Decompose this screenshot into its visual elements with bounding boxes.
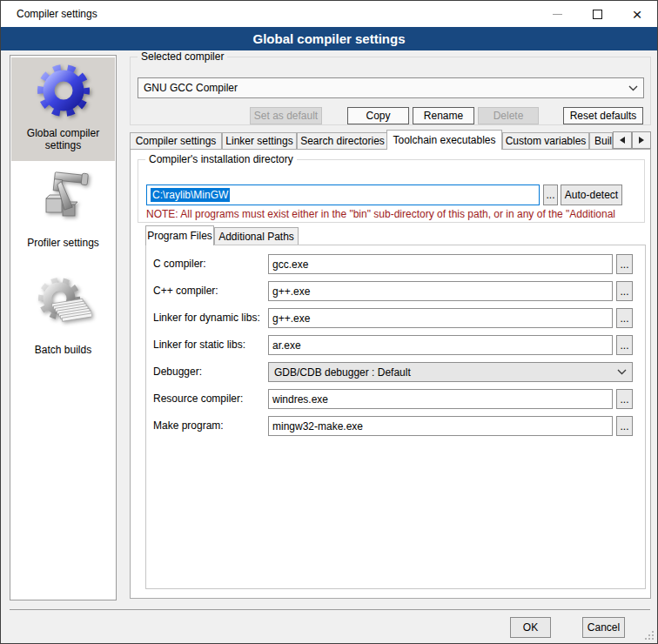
cpp-compiler-input[interactable]: g++.exe — [268, 281, 613, 301]
debugger-select-value: GDB/CDB debugger : Default — [274, 366, 617, 379]
tab-label: Compiler settings — [136, 135, 217, 147]
resize-grip[interactable] — [645, 631, 655, 641]
sidebar-item-label: Batch builds — [11, 344, 115, 356]
autodetect-button[interactable]: Auto-detect — [561, 184, 622, 205]
compiler-select-value: GNU GCC Compiler — [144, 82, 628, 94]
install-dir-group: Compiler's installation directory C:\ray… — [138, 159, 645, 223]
field-value: windres.exe — [272, 393, 328, 406]
dialog-header: Global compiler settings — [1, 27, 657, 50]
tab-custom-variables[interactable]: Custom variables — [502, 132, 589, 150]
button-label: OK — [523, 621, 538, 634]
tab-toolchain-executables[interactable]: Toolchain executables — [386, 130, 502, 150]
selected-compiler-group: Selected compiler GNU GCC Compiler Set a… — [130, 57, 651, 125]
tab-label: Search directories — [300, 135, 385, 147]
c-compiler-browse-button[interactable]: ... — [616, 254, 633, 274]
triangle-right-icon — [639, 137, 644, 144]
minimize-button[interactable] — [537, 1, 577, 27]
titlebar[interactable]: Compiler settings × — [1, 1, 657, 27]
field-label: Resource compiler: — [153, 392, 243, 405]
chevron-down-icon — [628, 85, 638, 91]
triangle-left-icon — [620, 137, 625, 144]
button-label: Delete — [494, 110, 524, 122]
button-label: Cancel — [588, 621, 620, 634]
copy-button[interactable]: Copy — [347, 107, 409, 124]
ellipsis-icon: ... — [620, 312, 628, 325]
static-linker-browse-button[interactable]: ... — [616, 335, 633, 355]
static-linker-input[interactable]: ar.exe — [268, 335, 613, 355]
field-label: Make program: — [153, 419, 224, 432]
ellipsis-icon: ... — [620, 393, 628, 406]
cpp-compiler-browse-button[interactable]: ... — [616, 281, 633, 301]
field-label: Linker for dynamic libs: — [153, 312, 260, 324]
close-icon: × — [632, 6, 641, 23]
debugger-select[interactable]: GDB/CDB debugger : Default — [268, 362, 633, 382]
ellipsis-icon: ... — [620, 285, 628, 298]
rename-button[interactable]: Rename — [413, 107, 474, 124]
tab-label: Toolchain executables — [393, 134, 495, 146]
button-label: Set as default — [254, 110, 318, 122]
maximize-button[interactable] — [577, 1, 617, 27]
subtab-program-files[interactable]: Program Files — [145, 225, 214, 245]
install-dir-selected-text: C:\raylib\MinGW — [151, 188, 230, 202]
resource-compiler-input[interactable]: windres.exe — [268, 389, 613, 409]
sidebar-item-label: Global compiler settings — [11, 127, 115, 151]
caliper-icon — [36, 169, 91, 225]
button-label: Reset defaults — [570, 110, 637, 122]
sidebar-item-global-compiler-settings[interactable]: Global compiler settings — [11, 57, 115, 161]
set-as-default-button[interactable]: Set as default — [250, 107, 322, 124]
delete-button[interactable]: Delete — [478, 107, 539, 124]
compiler-settings-dialog: Compiler settings × Global compiler sett… — [0, 0, 658, 644]
dynamic-linker-input[interactable]: g++.exe — [268, 308, 613, 328]
window-title: Compiler settings — [17, 8, 97, 20]
tab-label: Additional Paths — [218, 231, 294, 243]
tab-label: Linker settings — [225, 135, 292, 147]
install-dir-browse-button[interactable]: ... — [543, 184, 558, 205]
tab-linker-settings[interactable]: Linker settings — [222, 132, 297, 150]
install-dir-group-label: Compiler's installation directory — [145, 153, 297, 165]
resource-compiler-browse-button[interactable]: ... — [616, 389, 633, 409]
tab-scroll-left-button[interactable] — [613, 131, 632, 149]
make-program-browse-button[interactable]: ... — [616, 416, 633, 436]
field-value: mingw32-make.exe — [272, 420, 363, 433]
note-text: NOTE: All programs must exist either in … — [146, 208, 639, 220]
field-label: C compiler: — [153, 258, 206, 270]
sidebar-item-batch-builds[interactable]: Batch builds — [11, 272, 115, 367]
minimize-icon — [553, 14, 562, 15]
tab-label: Build options — [594, 135, 613, 147]
tab-label: Program Files — [147, 230, 212, 242]
field-value: g++.exe — [272, 285, 310, 298]
cancel-button[interactable]: Cancel — [582, 617, 625, 638]
compiler-select[interactable]: GNU GCC Compiler — [138, 77, 644, 98]
reset-defaults-button[interactable]: Reset defaults — [563, 107, 643, 124]
footer-separator — [10, 609, 650, 610]
field-value: gcc.exe — [272, 258, 308, 271]
dynamic-linker-browse-button[interactable]: ... — [616, 308, 633, 328]
blue-gear-icon — [36, 63, 91, 118]
field-value: ar.exe — [272, 339, 301, 352]
field-label: Linker for static libs: — [153, 339, 245, 351]
ellipsis-icon: ... — [620, 339, 628, 352]
c-compiler-input[interactable]: gcc.exe — [268, 254, 613, 274]
button-label: Rename — [424, 110, 463, 122]
install-dir-input[interactable]: C:\raylib\MinGW — [146, 184, 540, 205]
gray-gear-stack-icon — [36, 277, 91, 332]
tab-compiler-settings[interactable]: Compiler settings — [130, 132, 222, 150]
tab-scroll-right-button[interactable] — [632, 131, 651, 149]
tab-build-options[interactable]: Build options — [589, 132, 613, 150]
program-files-panel: C compiler: gcc.exe ... C++ compiler: g+… — [145, 245, 646, 589]
tab-label: Custom variables — [506, 135, 587, 147]
ellipsis-icon: ... — [546, 189, 554, 201]
ellipsis-icon: ... — [620, 258, 628, 271]
ok-button[interactable]: OK — [510, 617, 551, 638]
dialog-header-title: Global compiler settings — [252, 31, 405, 46]
subtab-additional-paths[interactable]: Additional Paths — [214, 227, 299, 245]
field-value: g++.exe — [272, 312, 310, 325]
maximize-icon — [593, 10, 602, 19]
make-program-input[interactable]: mingw32-make.exe — [268, 416, 613, 436]
tab-search-directories[interactable]: Search directories — [297, 132, 388, 150]
sidebar-item-profiler-settings[interactable]: Profiler settings — [11, 163, 115, 257]
field-label: Debugger: — [153, 366, 202, 378]
selected-compiler-group-label: Selected compiler — [138, 50, 227, 63]
button-label: Copy — [366, 110, 390, 122]
close-button[interactable]: × — [617, 1, 657, 27]
